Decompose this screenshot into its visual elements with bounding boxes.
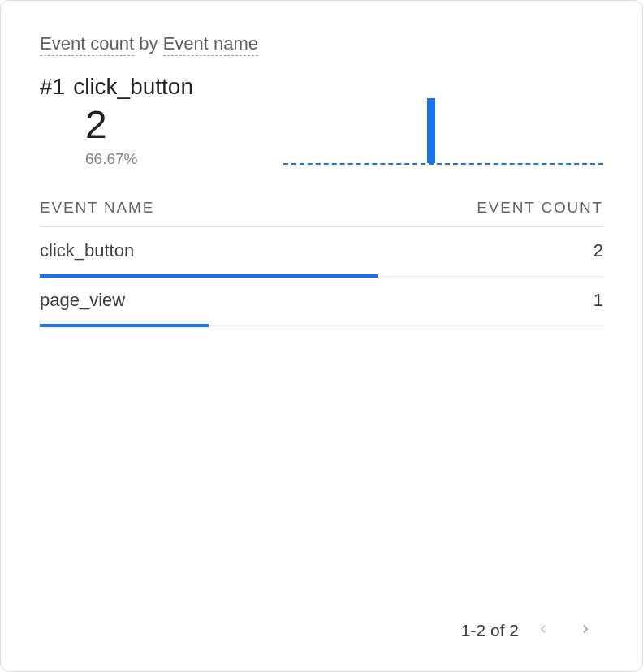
- top-event-summary: #1click_button 2 66.67%: [40, 74, 603, 168]
- row-event-name: page_view: [40, 290, 125, 311]
- col-header-count: EVENT COUNT: [477, 199, 603, 217]
- top-event-rank: #1: [40, 74, 65, 99]
- pagination: 1-2 of 2: [461, 613, 603, 648]
- row-event-count: 2: [593, 240, 603, 261]
- top-event-text: #1click_button 2 66.67%: [40, 74, 283, 168]
- chevron-right-icon: [577, 621, 593, 641]
- top-event-value: 2: [85, 105, 283, 145]
- top-event-percent: 66.67%: [85, 150, 283, 168]
- row-event-count: 1: [593, 290, 603, 311]
- title-dimension[interactable]: Event name: [163, 33, 258, 56]
- table-header: EVENT NAME EVENT COUNT: [40, 189, 603, 227]
- event-count-card: Event count by Event name #1click_button…: [0, 0, 643, 672]
- row-event-name: click_button: [40, 240, 134, 261]
- title-by: by: [139, 33, 158, 54]
- card-title: Event count by Event name: [40, 33, 603, 54]
- pagination-label: 1-2 of 2: [461, 621, 519, 640]
- table-row[interactable]: click_button2: [40, 227, 603, 277]
- top-event-name: click_button: [73, 74, 193, 99]
- sparkline-chart: [283, 98, 603, 165]
- row-bar: [40, 324, 209, 327]
- title-metric[interactable]: Event count: [40, 33, 134, 56]
- col-header-name: EVENT NAME: [40, 199, 154, 217]
- next-page-button[interactable]: [567, 613, 603, 648]
- prev-page-button[interactable]: [525, 613, 561, 648]
- top-event-rank-name: #1click_button: [40, 74, 283, 100]
- chevron-left-icon: [535, 621, 551, 641]
- table-row[interactable]: page_view1: [40, 277, 603, 326]
- table-body: click_button2page_view1: [40, 227, 603, 326]
- sparkline-bar: [427, 98, 435, 163]
